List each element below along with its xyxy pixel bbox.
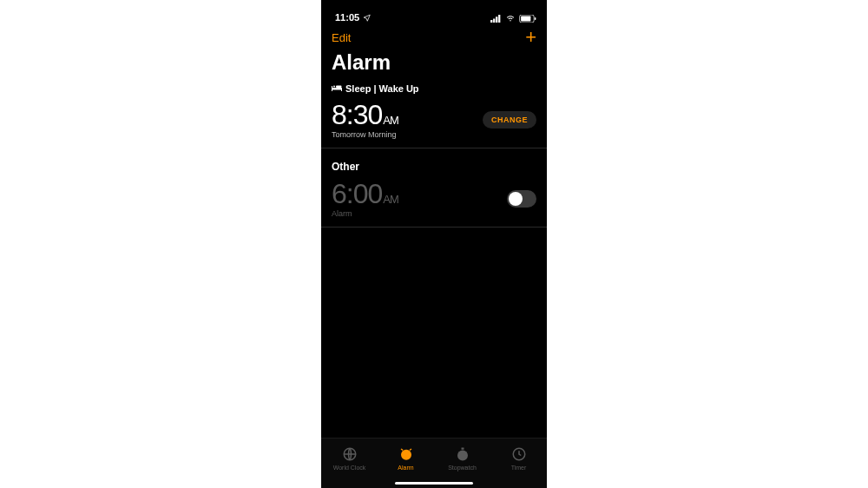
tab-stopwatch[interactable]: Stopwatch: [434, 439, 490, 478]
svg-rect-15: [461, 447, 464, 449]
empty-space: [321, 228, 547, 438]
status-left: 11:05: [335, 12, 371, 23]
sleep-time-block: 8:30 AM Tomorrow Morning: [332, 101, 398, 139]
alarm-time-value: 6:00: [332, 180, 382, 208]
stopwatch-icon: [455, 446, 470, 463]
status-time: 11:05: [335, 12, 359, 23]
nav-row: Edit +: [321, 23, 547, 49]
change-button[interactable]: CHANGE: [483, 111, 536, 129]
sleep-subtext: Tomorrow Morning: [332, 130, 398, 139]
svg-rect-8: [332, 86, 332, 91]
battery-icon: [519, 15, 536, 23]
tab-label: World Clock: [333, 465, 366, 471]
alarm-row[interactable]: 6:00 AM Alarm: [321, 178, 547, 228]
other-section-header: Other: [321, 148, 547, 178]
page-title: Alarm: [321, 49, 547, 80]
add-alarm-button[interactable]: +: [525, 30, 536, 45]
svg-rect-3: [498, 15, 500, 23]
svg-rect-7: [332, 88, 342, 90]
timer-icon: [511, 446, 527, 463]
signal-icon: [490, 15, 502, 23]
home-indicator[interactable]: [321, 478, 547, 488]
status-right: [490, 15, 536, 23]
status-bar: 11:05: [321, 0, 547, 23]
svg-rect-11: [336, 86, 342, 89]
svg-point-14: [457, 450, 468, 460]
tab-timer[interactable]: Timer: [490, 439, 547, 478]
tab-alarm[interactable]: Alarm: [378, 439, 434, 478]
sleep-time: 8:30 AM: [332, 101, 398, 129]
tab-label: Alarm: [398, 465, 413, 471]
tab-label: Stopwatch: [448, 465, 477, 471]
location-icon: [363, 14, 371, 22]
tab-bar: World Clock Alarm Stopwatch Timer: [321, 438, 547, 478]
alarm-time-period: AM: [383, 194, 398, 205]
svg-point-13: [401, 449, 411, 459]
svg-rect-9: [341, 88, 342, 91]
sleep-time-value: 8:30: [332, 101, 382, 129]
globe-icon: [342, 446, 358, 463]
toggle-knob: [509, 192, 523, 206]
svg-rect-5: [521, 16, 530, 22]
bed-icon: [332, 83, 342, 94]
sleep-time-period: AM: [383, 115, 398, 126]
sleep-alarm-row: 8:30 AM Tomorrow Morning CHANGE: [321, 97, 547, 148]
alarm-toggle[interactable]: [507, 190, 536, 208]
sleep-section-header: Sleep | Wake Up: [321, 80, 547, 97]
tab-label: Timer: [511, 465, 527, 471]
alarm-time: 6:00 AM: [332, 180, 398, 208]
wifi-icon: [505, 15, 516, 23]
alarm-clock-icon: [398, 446, 414, 463]
tab-world-clock[interactable]: World Clock: [321, 439, 378, 478]
alarm-label: Alarm: [332, 209, 398, 218]
alarm-time-block: 6:00 AM Alarm: [332, 180, 398, 218]
edit-button[interactable]: Edit: [332, 31, 351, 44]
sleep-header-label: Sleep | Wake Up: [345, 83, 419, 94]
svg-rect-2: [496, 16, 497, 23]
svg-point-10: [333, 86, 335, 88]
svg-rect-6: [535, 17, 536, 20]
home-indicator-bar: [395, 482, 473, 485]
phone-frame: 11:05 Edit + Alarm Sleep | Wake Up: [321, 0, 547, 488]
